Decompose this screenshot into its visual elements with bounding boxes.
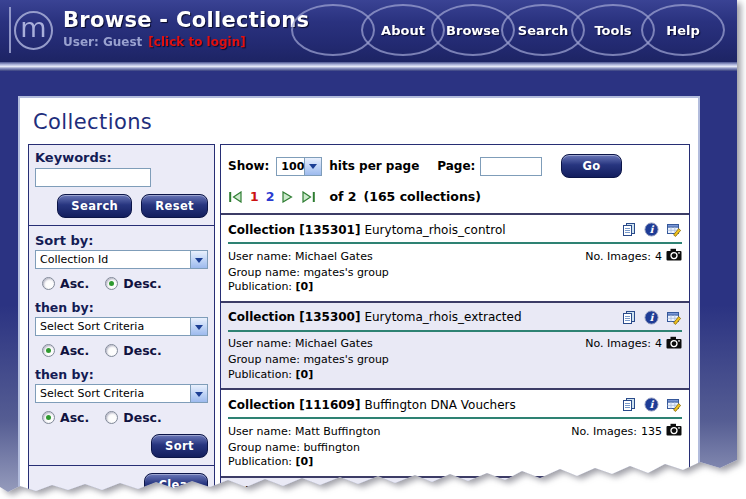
- desc-radio-1[interactable]: Desc.: [105, 276, 161, 291]
- group-name-line: Group name: mgates's group: [228, 266, 389, 279]
- edit-icon[interactable]: [666, 310, 682, 325]
- sort-select-2[interactable]: Select Sort Criteria: [35, 317, 208, 336]
- collection-row-icons: i: [621, 485, 682, 497]
- images-count: No. Images:135: [571, 423, 682, 441]
- chevron-down-icon[interactable]: [190, 385, 207, 402]
- sort-select-3-value: Select Sort Criteria: [36, 385, 190, 402]
- sort-button[interactable]: Sort: [151, 434, 208, 458]
- keywords-input[interactable]: [35, 168, 151, 187]
- sort-select-1[interactable]: Collection Id: [35, 250, 208, 269]
- edit-icon[interactable]: [666, 485, 682, 497]
- user-name-line: User name: Michael Gates: [228, 337, 373, 352]
- sort-select-1-value: Collection Id: [36, 251, 190, 268]
- pagination-bar: 12 of 2 (165 collections): [221, 181, 689, 215]
- collection-row: Collection [111609]Buffington DNA Vouche…: [221, 390, 689, 478]
- info-icon[interactable]: i: [644, 222, 659, 237]
- info-icon[interactable]: i: [644, 397, 659, 412]
- page-numbers: 12: [250, 189, 274, 204]
- edit-icon[interactable]: [666, 222, 682, 237]
- images-count: No. Images:4: [585, 336, 682, 354]
- reset-button[interactable]: Reset: [141, 194, 208, 218]
- content-panel: Collections Keywords: Search Reset Sort …: [18, 96, 700, 497]
- sort-select-2-value: Select Sort Criteria: [36, 318, 190, 335]
- publication-label: Publication:: [228, 280, 292, 293]
- clear-button-row: Clear: [35, 473, 208, 497]
- login-link[interactable]: [click to login]: [148, 35, 245, 49]
- then-by-label-2: then by:: [35, 367, 208, 382]
- chevron-down-icon[interactable]: [304, 158, 321, 175]
- collection-row-icons: i: [621, 222, 682, 237]
- logo-circle-icon: m: [14, 11, 53, 50]
- nav-item-help[interactable]: Help: [641, 4, 725, 56]
- svg-text:i: i: [650, 486, 655, 497]
- results-panel: Show: 100 hits per page Page: Go: [220, 144, 690, 497]
- clear-button[interactable]: Clear: [144, 473, 208, 497]
- main-nav: About Browse Search Tools Help: [291, 4, 725, 56]
- publication-count: [0]: [296, 280, 314, 293]
- sort-select-3[interactable]: Select Sort Criteria: [35, 384, 208, 403]
- screenshot-frame: m Browse - Collections User: Guest[click…: [0, 0, 746, 499]
- copy-icon[interactable]: [621, 485, 637, 497]
- camera-icon[interactable]: [666, 336, 682, 354]
- sidebar-divider: [29, 465, 214, 466]
- collection-row-body: User name: Michael Gates No. Images:4 Gr…: [228, 244, 682, 301]
- desc-radio-2[interactable]: Desc.: [105, 343, 161, 358]
- asc-radio-3[interactable]: Asc.: [42, 410, 89, 425]
- images-label: No. Images:: [571, 425, 637, 440]
- sort-direction-1: Asc. Desc.: [42, 276, 208, 291]
- user-name-line: User name: Michael Gates: [228, 250, 373, 265]
- copy-icon[interactable]: [621, 310, 637, 325]
- camera-icon[interactable]: [666, 423, 682, 441]
- collection-id: Collection [111609]: [228, 398, 360, 412]
- search-button[interactable]: Search: [57, 194, 132, 218]
- collection-row-body: User name: Michael Gates No. Images:4 Gr…: [228, 332, 682, 389]
- logo-bar: [9, 7, 11, 53]
- page-number-2[interactable]: 2: [266, 189, 275, 204]
- header-stripe: [0, 62, 739, 71]
- asc-radio-2[interactable]: Asc.: [42, 343, 89, 358]
- images-number: 135: [641, 425, 662, 440]
- collection-row-header: Collection [135301]Eurytoma_rhois_contro…: [228, 215, 682, 242]
- info-icon[interactable]: i: [644, 310, 659, 325]
- desc-radio-3[interactable]: Desc.: [105, 410, 161, 425]
- collection-id: Collection [135300]: [228, 310, 360, 324]
- page-label: Page:: [437, 159, 475, 173]
- edit-icon[interactable]: [666, 397, 682, 412]
- page-number-1[interactable]: 1: [250, 189, 259, 204]
- user-label: User: Guest: [63, 35, 142, 49]
- images-number: 4: [655, 337, 662, 352]
- chevron-down-icon[interactable]: [190, 251, 207, 268]
- go-button[interactable]: Go: [561, 154, 621, 178]
- copy-icon[interactable]: [621, 222, 637, 237]
- results-controls: Show: 100 hits per page Page: Go: [221, 145, 689, 181]
- collection-row-body: User name: Matt Buffington No. Images:13…: [228, 419, 682, 476]
- collection-row: Collection [111285]Family Chalcididae (f…: [221, 478, 689, 497]
- copy-icon[interactable]: [621, 397, 637, 412]
- chevron-down-icon[interactable]: [190, 318, 207, 335]
- collection-title: Collection [111285]Family Chalcididae (f…: [228, 485, 621, 497]
- search-sort-sidebar: Keywords: Search Reset Sort by: Collecti…: [28, 144, 215, 497]
- group-name-line: Group name: buffington: [228, 441, 360, 454]
- asc-radio-1[interactable]: Asc.: [42, 276, 89, 291]
- first-page-icon[interactable]: [228, 191, 243, 203]
- last-page-icon[interactable]: [301, 191, 316, 203]
- collection-title: Collection [135301]Eurytoma_rhois_contro…: [228, 223, 621, 237]
- collection-row-icons: i: [621, 310, 682, 325]
- then-by-label-1: then by:: [35, 300, 208, 315]
- logo-letter: m: [20, 14, 46, 41]
- images-number: 4: [655, 250, 662, 265]
- camera-icon[interactable]: [666, 248, 682, 266]
- page-title: Browse - Collections: [63, 8, 309, 32]
- sort-group-1: Collection Id Asc. Desc.: [35, 250, 208, 291]
- section-heading: Collections: [33, 110, 698, 134]
- collection-title: Collection [111609]Buffington DNA Vouche…: [228, 398, 621, 412]
- keywords-label: Keywords:: [35, 150, 208, 165]
- next-page-icon[interactable]: [281, 191, 294, 203]
- page-number-input[interactable]: [480, 157, 542, 176]
- publication-label: Publication:: [228, 368, 292, 381]
- hits-per-page-select[interactable]: 100: [276, 157, 322, 176]
- collection-name: Eurytoma_rhois_extracted: [364, 310, 521, 324]
- images-count: No. Images:4: [585, 248, 682, 266]
- info-icon[interactable]: i: [644, 485, 659, 497]
- publication-count: [0]: [296, 368, 314, 381]
